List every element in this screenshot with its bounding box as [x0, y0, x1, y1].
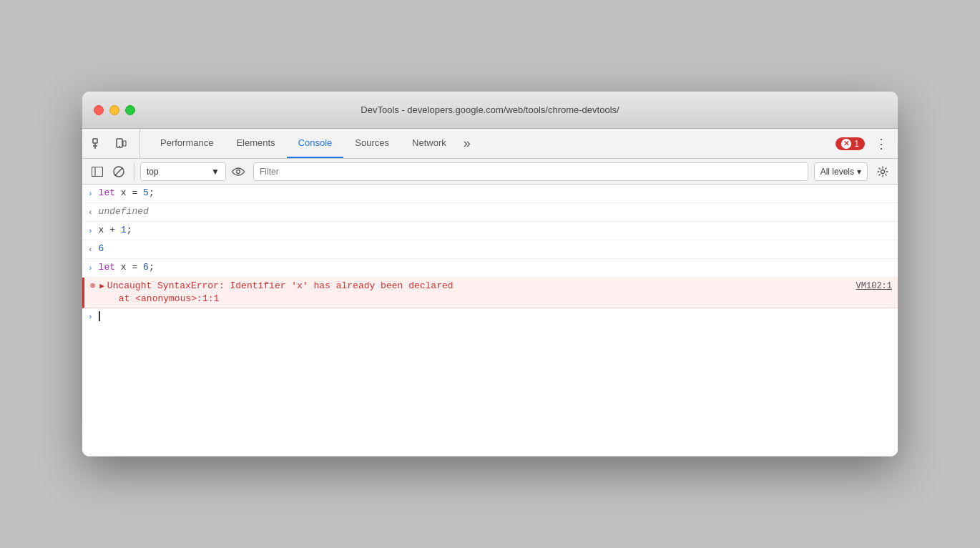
console-line-3: › x + 1; — [82, 222, 898, 240]
tab-bar: Performance Elements Console Sources Net… — [82, 129, 898, 159]
console-output: › let x = 5; ‹ undefined › x + 1; ‹ 6 — [82, 185, 898, 456]
devtools-menu-icon[interactable]: ⋮ — [871, 133, 892, 155]
maximize-button[interactable] — [125, 105, 135, 115]
devtools-window: DevTools - developers.google.com/web/too… — [82, 92, 898, 456]
tab-sources[interactable]: Sources — [343, 129, 401, 158]
input-arrow-3: › — [88, 225, 93, 238]
line-content-3: x + 1; — [99, 224, 892, 237]
device-icon-button[interactable] — [111, 134, 131, 154]
expand-error-arrow[interactable]: ▶ — [99, 280, 104, 293]
error-badge[interactable]: ✕ 1 — [836, 137, 865, 150]
title-bar: DevTools - developers.google.com/web/too… — [82, 92, 898, 129]
error-sub-text: at <anonymous>:1:1 — [119, 293, 219, 304]
settings-button[interactable] — [873, 162, 892, 181]
input-prompt-arrow: › — [88, 313, 93, 321]
input-arrow-1: › — [88, 187, 93, 200]
console-line-2: ‹ undefined — [82, 203, 898, 222]
line-content-1: let x = 5; — [99, 187, 892, 200]
tab-network[interactable]: Network — [401, 129, 458, 158]
error-main-text: Uncaught SyntaxError: Identifier 'x' has… — [107, 280, 454, 291]
line-content-4: 6 — [99, 243, 892, 255]
input-arrow-5: › — [88, 262, 93, 275]
svg-rect-6 — [92, 167, 103, 176]
svg-rect-4 — [123, 141, 126, 146]
context-arrow: ▼ — [211, 167, 220, 177]
console-input-line[interactable]: › — [82, 308, 898, 324]
error-content: Uncaught SyntaxError: Identifier 'x' has… — [107, 280, 856, 305]
error-count: 1 — [854, 139, 859, 149]
window-title: DevTools - developers.google.com/web/too… — [361, 104, 619, 115]
context-selector[interactable]: top ▼ — [140, 162, 226, 181]
tab-list: Performance Elements Console Sources Net… — [149, 129, 836, 158]
console-cursor — [99, 311, 100, 321]
console-error-line: ⊗ ▶ Uncaught SyntaxError: Identifier 'x'… — [82, 278, 898, 308]
svg-line-9 — [115, 167, 123, 175]
eye-icon-button[interactable] — [229, 162, 248, 181]
level-arrow: ▾ — [857, 167, 861, 177]
error-circle-icon: ⊗ — [90, 280, 95, 293]
traffic-lights — [94, 105, 135, 115]
error-location[interactable]: VM102:1 — [856, 280, 892, 293]
tab-bar-right: ✕ 1 ⋮ — [836, 133, 892, 155]
svg-point-11 — [881, 170, 885, 173]
error-badge-icon: ✕ — [841, 139, 851, 149]
console-line-5: › let x = 6; — [82, 259, 898, 278]
tab-more-button[interactable]: » — [458, 129, 476, 158]
inspect-icon-button[interactable] — [88, 134, 108, 154]
tab-performance[interactable]: Performance — [149, 129, 225, 158]
tab-console[interactable]: Console — [287, 129, 344, 158]
sidebar-toggle-button[interactable] — [88, 162, 107, 181]
console-line-4: ‹ 6 — [82, 240, 898, 259]
svg-rect-0 — [93, 139, 97, 143]
clear-console-button[interactable] — [109, 162, 128, 181]
close-button[interactable] — [94, 105, 104, 115]
output-arrow-2: ‹ — [88, 206, 93, 219]
tab-elements[interactable]: Elements — [225, 129, 286, 158]
level-selector[interactable]: All levels ▾ — [814, 162, 868, 181]
svg-point-10 — [237, 170, 240, 173]
toolbar-separator-1 — [134, 163, 134, 180]
output-arrow-4: ‹ — [88, 243, 93, 256]
line-content-2: undefined — [99, 205, 892, 218]
console-line-1: › let x = 5; — [82, 185, 898, 203]
filter-input[interactable] — [253, 162, 808, 181]
line-content-5: let x = 6; — [99, 261, 892, 274]
minimize-button[interactable] — [109, 105, 119, 115]
console-toolbar: top ▼ All levels ▾ — [82, 159, 898, 185]
tab-bar-icons — [88, 129, 140, 158]
